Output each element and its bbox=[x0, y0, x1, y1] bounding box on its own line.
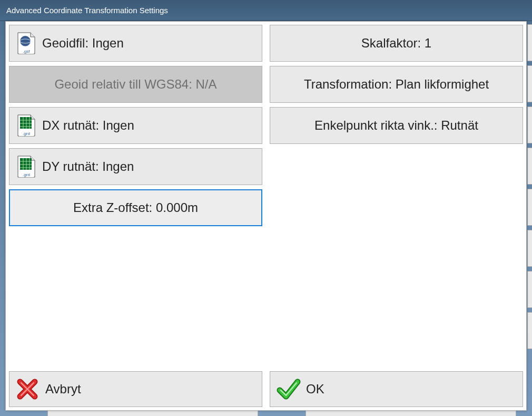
svg-text:.grd: .grd bbox=[23, 172, 30, 177]
empty-cell bbox=[270, 148, 523, 185]
grd-file-icon: .grd bbox=[15, 155, 38, 178]
window-titlebar: Advanced Coordinate Transformation Setti… bbox=[0, 0, 532, 21]
empty-cell bbox=[270, 189, 523, 226]
z-offset-button[interactable]: Extra Z-offset: 0.000m bbox=[9, 189, 262, 226]
scale-factor-button[interactable]: Skalfaktor: 1 bbox=[270, 25, 523, 62]
geoid-file-label: Geoidfil: Ingen bbox=[42, 36, 124, 51]
cancel-label: Avbryt bbox=[45, 382, 81, 396]
single-point-button[interactable]: Enkelpunkt rikta vink.: Rutnät bbox=[270, 107, 523, 144]
geoid-relative-label: Geoid relativ till WGS84: N/A bbox=[54, 77, 216, 92]
single-point-label: Enkelpunkt rikta vink.: Rutnät bbox=[314, 118, 478, 133]
ok-icon bbox=[275, 376, 301, 402]
geoid-relative-button: Geoid relativ till WGS84: N/A bbox=[9, 66, 262, 103]
dx-grid-button[interactable]: .grd DX rutnät: Ingen bbox=[9, 107, 262, 144]
transformation-button[interactable]: Transformation: Plan likformighet bbox=[270, 66, 523, 103]
dy-grid-button[interactable]: .grd DY rutnät: Ingen bbox=[9, 148, 262, 185]
svg-rect-4 bbox=[20, 117, 32, 129]
scale-factor-label: Skalfaktor: 1 bbox=[361, 36, 431, 51]
settings-grid: .gsf Geoidfil: Ingen Skalfaktor: 1 Geoid… bbox=[9, 25, 523, 368]
ok-label: OK bbox=[306, 382, 324, 396]
grd-file-icon: .grd bbox=[15, 114, 38, 137]
dialog-footer: Avbryt OK bbox=[9, 371, 523, 407]
dialog-body: .gsf Geoidfil: Ingen Skalfaktor: 1 Geoid… bbox=[5, 21, 527, 411]
background-right-edge bbox=[527, 21, 532, 411]
gsf-file-icon: .gsf bbox=[15, 32, 38, 55]
window-title: Advanced Coordinate Transformation Setti… bbox=[6, 6, 168, 15]
ok-button[interactable]: OK bbox=[270, 371, 523, 407]
geoid-file-button[interactable]: .gsf Geoidfil: Ingen bbox=[9, 25, 262, 62]
dy-grid-label: DY rutnät: Ingen bbox=[42, 159, 134, 174]
dx-grid-label: DX rutnät: Ingen bbox=[42, 118, 134, 133]
svg-rect-7 bbox=[20, 158, 32, 170]
cancel-button[interactable]: Avbryt bbox=[9, 371, 262, 407]
cancel-icon bbox=[15, 376, 40, 402]
svg-text:.gsf: .gsf bbox=[23, 49, 31, 54]
transformation-label: Transformation: Plan likformighet bbox=[304, 77, 489, 92]
z-offset-label: Extra Z-offset: 0.000m bbox=[73, 200, 198, 215]
svg-text:.grd: .grd bbox=[23, 131, 30, 136]
